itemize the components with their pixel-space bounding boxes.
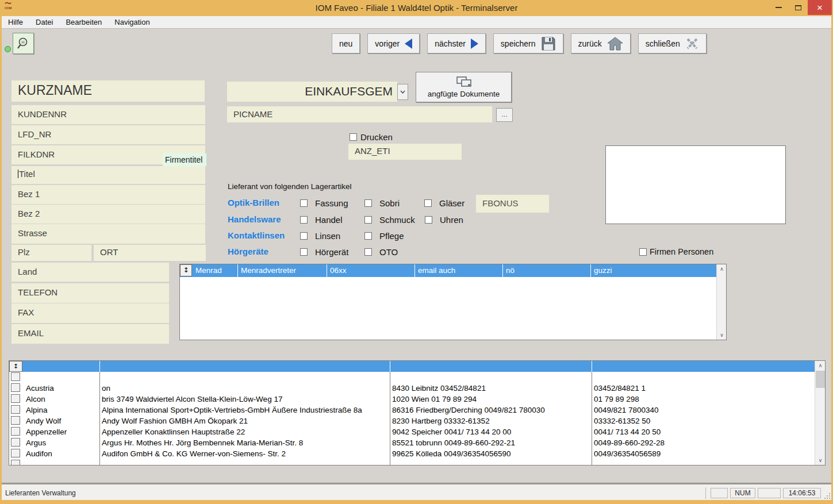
table-row[interactable] [9, 372, 815, 383]
suppliers-table: ↕ Acustria on 8430 Leibnitz 03452/84821 … [9, 360, 826, 465]
oto-checkbox[interactable] [364, 248, 372, 256]
menubar: Hilfe Datei Bearbeiten Navigation [2, 16, 831, 29]
statusbar: Lieferanten Verwaltung NUM 14:06:53 [2, 486, 831, 500]
zurueck-button[interactable]: zurück [571, 33, 631, 53]
titel-field[interactable]: Titel [11, 166, 205, 184]
contacts-table: Menrad Menradvertreter 06xx email auch n… [179, 264, 727, 340]
category-optik-brillen: Optik-Brillen [228, 198, 279, 207]
table-row[interactable]: Argus Argus Hr. Mothes Hr. Jörg Bembenne… [9, 437, 815, 448]
kurzname-field[interactable]: KURZNAME [11, 80, 205, 102]
drucken-label: Drucken [360, 132, 393, 142]
attached-documents-icon [455, 76, 473, 89]
uhren-checkbox[interactable] [425, 216, 432, 224]
bez1-field[interactable]: Bez 1 [11, 185, 205, 204]
record-indicator [5, 46, 11, 52]
email-field[interactable]: EMAIL [11, 324, 169, 344]
table-row[interactable]: Andy Wolf Andy Wolf Fashion GMBH Am Ökop… [9, 415, 815, 426]
plz-field[interactable]: Plz [11, 245, 91, 261]
status-text: Lieferanten Verwaltung [2, 489, 705, 497]
close-button[interactable]: × [808, 0, 832, 15]
search-icon: H [17, 37, 30, 51]
status-cells: NUM 14:06:53 [705, 487, 831, 499]
status-num-indicator: NUM [730, 488, 755, 498]
table-row[interactable]: Alpina Alpina International Sport+Optik-… [9, 405, 815, 415]
row-select-button[interactable] [11, 372, 20, 381]
naechster-button[interactable]: nächster [427, 33, 486, 53]
suppliers-row-selector-button[interactable]: ↕ [9, 361, 22, 372]
contacts-selected-row[interactable]: Menrad Menradvertreter 06xx email auch n… [180, 264, 716, 277]
handel-checkbox[interactable] [300, 216, 308, 224]
row-select-button[interactable] [11, 449, 20, 457]
close-icon: × [817, 3, 823, 13]
row-select-button[interactable] [11, 438, 20, 447]
save-floppy-icon [541, 36, 556, 51]
suppliers-scrollbar[interactable]: ∧ ∨ [815, 361, 825, 465]
app-window: 〜 IOM IOM Faveo - Filiale 1 Wald4tel Opt… [0, 0, 833, 504]
category-handelsware: Handelsware [228, 214, 281, 224]
main-content: H neu voriger nächster speichern zurück … [2, 29, 831, 483]
row-select-button[interactable] [11, 427, 20, 436]
browse-button[interactable]: ... [496, 108, 513, 122]
hoergeraet-checkbox[interactable] [300, 248, 308, 256]
row-select-button[interactable] [11, 394, 20, 403]
next-arrow-icon [471, 39, 478, 49]
ort-field[interactable]: ORT [94, 245, 206, 261]
fax-field[interactable]: FAX [11, 303, 169, 323]
lfd-nr-field[interactable]: LFD_NR [11, 125, 205, 144]
sobri-checkbox[interactable] [364, 199, 372, 207]
maximize-button[interactable] [788, 0, 808, 15]
firmentitel-label: Firmentitel [163, 153, 206, 166]
schliessen-button[interactable]: schließen [638, 33, 707, 53]
table-row[interactable]: Alcon bris 3749 Waldviertel Alcon Stella… [9, 394, 815, 405]
resize-grip[interactable] [823, 492, 830, 499]
einkaufsgem-dropdown-button[interactable] [397, 84, 408, 100]
speichern-button[interactable]: speichern [493, 33, 563, 53]
schmuck-checkbox[interactable] [364, 216, 372, 224]
land-field[interactable]: Land [11, 263, 169, 282]
contacts-row-selector-button[interactable]: ↕ [180, 264, 192, 276]
pflege-checkbox[interactable] [364, 232, 372, 240]
telefon-field[interactable]: TELEFON [11, 283, 169, 303]
bez2-field[interactable]: Bez 2 [11, 205, 205, 224]
menu-bearbeiten[interactable]: Bearbeiten [59, 16, 108, 29]
angefuegte-dokumente-button[interactable]: angfügte Dokumente [416, 72, 512, 102]
status-cell-empty2 [758, 488, 781, 498]
fassung-checkbox[interactable] [300, 199, 308, 207]
row-select-button[interactable] [11, 460, 20, 465]
search-button[interactable]: H [13, 33, 34, 54]
titlebar: 〜 IOM IOM Faveo - Filiale 1 Wald4tel Opt… [0, 0, 833, 16]
firmen-personen-checkbox[interactable] [639, 248, 647, 256]
scroll-down-icon[interactable]: ∨ [815, 456, 826, 465]
scroll-up-icon[interactable]: ∧ [717, 264, 727, 274]
notes-box[interactable] [605, 145, 786, 224]
row-select-button[interactable] [11, 405, 20, 414]
einkaufsgem-combobox[interactable]: EINKAUFSGEM [227, 82, 397, 102]
picname-field[interactable]: PICNAME [227, 106, 492, 122]
scroll-up-icon[interactable]: ∧ [815, 361, 826, 370]
contacts-scrollbar[interactable]: ∧ ∨ [716, 264, 726, 340]
anz-eti-field[interactable]: ANZ_ETI [348, 144, 462, 160]
scroll-down-icon[interactable]: ∨ [717, 330, 727, 340]
table-row[interactable] [9, 459, 815, 465]
voriger-button[interactable]: voriger [367, 33, 420, 53]
firmen-personen-label: Firmen Personen [650, 247, 713, 256]
row-select-button[interactable] [11, 416, 20, 425]
table-row[interactable]: Appenzeller Appenzeller Konaktlinsen Hau… [9, 426, 815, 437]
menu-hilfe[interactable]: Hilfe [2, 16, 29, 29]
svg-text:H: H [21, 40, 24, 44]
fbonus-field[interactable]: FBONUS [476, 195, 549, 213]
neu-button[interactable]: neu [332, 33, 360, 53]
row-select-button[interactable] [11, 383, 20, 392]
minimize-button[interactable] [769, 0, 788, 15]
kundennr-field[interactable]: KUNDENNR [11, 105, 205, 124]
close-x-icon [685, 37, 699, 51]
scrollbar-thumb[interactable] [816, 371, 825, 388]
drucken-checkbox[interactable] [350, 133, 357, 141]
strasse-field[interactable]: Strasse [11, 224, 205, 244]
table-row[interactable]: Audifon Audifon GmbH & Co. KG Werner-von… [9, 448, 815, 459]
glaeser-checkbox[interactable] [424, 199, 432, 207]
menu-navigation[interactable]: Navigation [108, 16, 156, 29]
menu-datei[interactable]: Datei [29, 16, 59, 29]
table-row[interactable]: Acustria on 8430 Leibnitz 03452/84821 03… [9, 383, 815, 394]
linsen-checkbox[interactable] [300, 232, 308, 240]
